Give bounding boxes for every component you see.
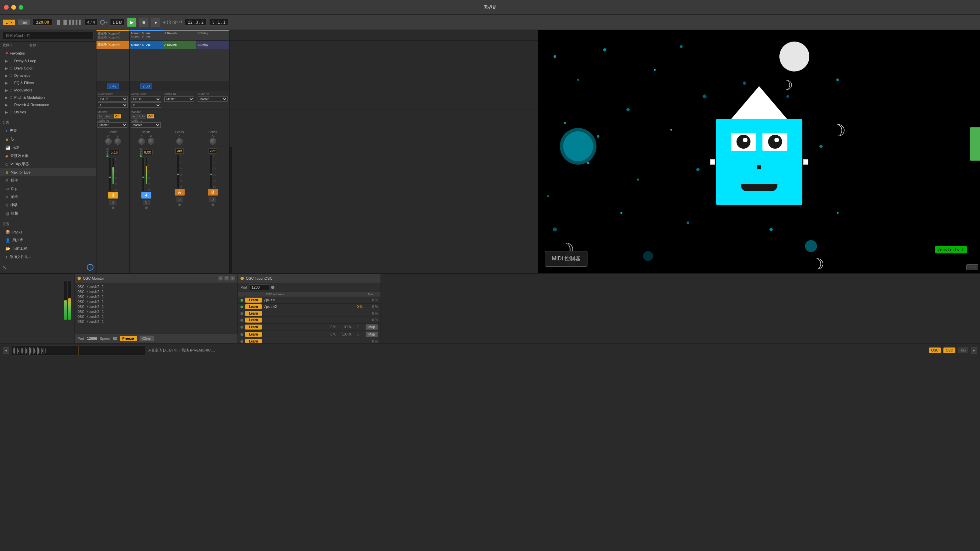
solo-a[interactable]: S (176, 197, 183, 202)
monitor-3-auto[interactable]: Auto (104, 114, 113, 119)
solo-4[interactable]: S (143, 200, 150, 205)
time-signature[interactable]: 4 / 4 (85, 19, 97, 25)
learn-btn-0[interactable]: Learn (245, 298, 262, 303)
minimize-button[interactable] (11, 5, 16, 10)
learn-btn-5[interactable]: Learn (245, 332, 262, 337)
sidebar-item-delay[interactable]: ▶ □ Delay & Loop (0, 57, 96, 65)
learn-btn-3[interactable]: Learn (245, 318, 262, 322)
sidebar-item-melody[interactable]: ♫ 律动 (0, 201, 96, 209)
search-input[interactable] (3, 32, 94, 39)
clip-slot-3-1[interactable] (97, 49, 130, 57)
tap-button[interactable]: Tap (18, 19, 30, 25)
clip-slot-4-3[interactable] (130, 65, 163, 73)
monitor-4-off[interactable]: Off (147, 114, 154, 119)
sidebar-item-utilities[interactable]: ▶ □ Utilities (0, 108, 96, 116)
clip-slot-b-2[interactable] (196, 57, 229, 65)
audio-to-a-select[interactable]: Master (164, 97, 194, 102)
status-prev-button[interactable]: ◀ (3, 347, 9, 354)
activator-4[interactable] (145, 206, 148, 210)
clip-slot-b-4[interactable] (196, 73, 229, 81)
loop-start-display[interactable]: 3 . 1 . 1 (209, 19, 229, 25)
clip-slot-b-1[interactable] (196, 49, 229, 57)
close-button[interactable] (4, 5, 9, 10)
clip-slot-a-2[interactable] (163, 57, 196, 65)
audio-to-b-select[interactable]: Master (197, 97, 228, 102)
clip-slot-a-3[interactable] (163, 65, 196, 73)
sidebar-item-eq[interactable]: ▶ □ EQ & Filters (0, 79, 96, 86)
activator-3[interactable] (111, 206, 115, 210)
maximize-button[interactable] (19, 5, 23, 10)
map-btn-5[interactable]: Map (366, 332, 378, 337)
sidebar-item-reverb[interactable]: ▶ □ Reverb & Resonance (0, 101, 96, 108)
clip-slot-4-1[interactable] (130, 49, 163, 57)
learn-btn-1[interactable]: Learn (245, 304, 262, 309)
learn-btn-4[interactable]: Learn (245, 324, 262, 330)
map-btn-4[interactable]: Map (366, 324, 378, 330)
send-b-a-knob[interactable] (210, 138, 216, 144)
info-circle[interactable]: i (87, 264, 94, 271)
sidebar-item-sound[interactable]: ♪ 声音 (0, 126, 96, 135)
send-3-a-knob[interactable] (105, 138, 112, 144)
sidebar-item-clip[interactable]: ▭ Clip (0, 184, 96, 192)
fader-a-slider[interactable] (177, 155, 179, 188)
activator-b[interactable] (211, 203, 215, 206)
status-next-button[interactable]: ▶ (971, 347, 977, 354)
clip-slot-3-2[interactable] (97, 57, 130, 65)
send-4-a-knob[interactable] (138, 138, 145, 144)
tempo-display[interactable]: 120.00 (33, 19, 52, 25)
status-tag-tou[interactable]: Tou (958, 348, 968, 353)
monitor-4-in[interactable]: In (131, 114, 137, 119)
monitor-3-off[interactable]: Off (113, 114, 121, 119)
clip-slot-a-4[interactable] (163, 73, 196, 81)
audio-from-3-channel[interactable]: 1 (98, 102, 128, 108)
sidebar-item-audio-effect[interactable]: ◈ 音频效果器 (0, 152, 96, 160)
learn-btn-2[interactable]: Learn (245, 311, 262, 316)
osc-monitor-close[interactable]: × (230, 276, 235, 281)
sidebar-item-template[interactable]: ▤ 模板 (0, 209, 96, 218)
clip-slot-b-3[interactable] (196, 65, 229, 73)
fader-3-slider[interactable] (109, 158, 111, 191)
sidebar-collapse-button[interactable]: ⤡ (3, 265, 6, 270)
mixer-scrollbar[interactable] (229, 147, 232, 273)
stop-button[interactable]: ■ (139, 17, 148, 27)
send-4-b-knob[interactable] (148, 138, 154, 144)
sidebar-item-drum[interactable]: ⊞ 鼓 (0, 135, 96, 143)
clear-button[interactable]: Clear (139, 335, 154, 341)
freeze-button[interactable]: Freeze (120, 336, 137, 341)
quantize-display[interactable]: 1 Bar (110, 19, 124, 25)
sidebar-item-current-project[interactable]: 📂 当前工程 (0, 245, 96, 253)
clip-slot-4-2[interactable] (130, 57, 163, 65)
sidebar-item-packs[interactable]: 📦 Packs (0, 228, 96, 236)
record-button[interactable]: ● (151, 17, 160, 27)
status-tag-osc-1[interactable]: OSC (929, 348, 941, 353)
position-display[interactable]: 22 . 3 . 2 (185, 19, 207, 25)
status-tag-osc-2[interactable]: OSC (943, 348, 955, 353)
sidebar-item-plugin[interactable]: ⊞ 插件 (0, 176, 96, 184)
sidebar-item-sample[interactable]: ≋ 采样 (0, 192, 96, 201)
audio-from-3-select[interactable]: Ext. In (98, 97, 128, 102)
clip-slot-a-1[interactable] (163, 49, 196, 57)
osc-button[interactable]: OSC (966, 264, 978, 270)
sidebar-item-midi-effect[interactable]: ◇ MIDI效果器 (0, 160, 96, 168)
monitor-3-in[interactable]: In (97, 114, 103, 119)
clip-slot-4-4[interactable] (130, 73, 163, 81)
monitor-4-auto[interactable]: Auto (137, 114, 147, 119)
clip-slot-3-3[interactable] (97, 65, 130, 73)
fader-b-slider[interactable] (210, 155, 213, 188)
fader-4-slider[interactable] (142, 158, 145, 191)
sidebar-item-drive[interactable]: ▶ □ Drive Color (0, 65, 96, 72)
sidebar-item-add-folder[interactable]: + 添加文件夹... (0, 253, 96, 261)
play-button[interactable]: ▶ (127, 17, 137, 27)
osc-monitor-expand[interactable]: □ (224, 276, 229, 281)
learn-btn-6[interactable]: Learn (245, 339, 262, 343)
solo-3[interactable]: S (110, 200, 116, 205)
clip-slot-3-4[interactable] (97, 73, 130, 81)
sidebar-item-instrument[interactable]: 🎹 乐器 (0, 143, 96, 152)
solo-b[interactable]: S (209, 197, 216, 202)
audio-from-4-channel[interactable]: 2 (131, 102, 161, 108)
audio-from-4-select[interactable]: Ext. In (131, 97, 161, 102)
sidebar-item-user-library[interactable]: 👤 用户库 (0, 236, 96, 245)
audio-to-4-select[interactable]: Master (131, 122, 161, 128)
activator-a[interactable] (178, 203, 181, 206)
osc-monitor-minimize[interactable]: − (218, 276, 223, 281)
